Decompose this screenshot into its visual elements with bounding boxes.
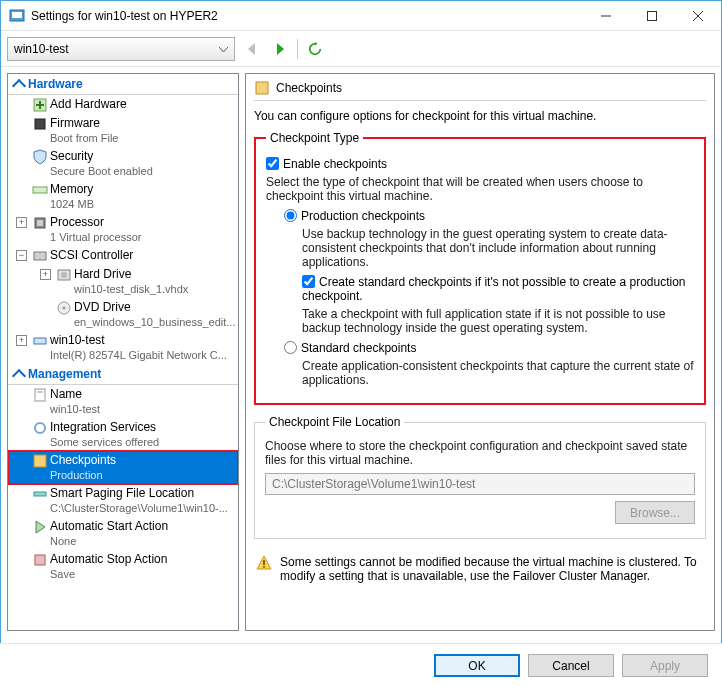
stop-icon xyxy=(32,552,48,568)
standard-radio[interactable] xyxy=(284,341,297,354)
tree-sublabel: win10-test xyxy=(32,402,238,416)
warning-icon xyxy=(256,555,272,571)
separator xyxy=(297,39,298,59)
tree-sublabel: en_windows_10_business_edit... xyxy=(56,315,238,329)
tree-label: Integration Services xyxy=(32,420,238,435)
production-radio[interactable] xyxy=(284,209,297,222)
hdd-icon xyxy=(56,267,72,283)
tree-label: Add Hardware xyxy=(32,97,238,112)
vm-selector[interactable]: win10-test xyxy=(7,37,235,61)
warning-text: Some settings cannot be modified because… xyxy=(280,555,704,583)
expander-icon[interactable]: + xyxy=(16,335,27,346)
svg-rect-25 xyxy=(256,82,268,94)
tree-item-add-hardware[interactable]: Add Hardware xyxy=(8,95,238,114)
start-icon xyxy=(32,519,48,535)
nav-back-button[interactable] xyxy=(241,38,263,60)
window-title: Settings for win10-test on HYPER2 xyxy=(31,9,583,23)
cancel-button[interactable]: Cancel xyxy=(528,654,614,677)
services-icon xyxy=(32,420,48,436)
tree-sublabel: win10-test_disk_1.vhdx xyxy=(56,282,238,296)
fallback-checkbox[interactable] xyxy=(302,275,315,288)
dialog-footer: OK Cancel Apply xyxy=(0,643,722,687)
close-button[interactable] xyxy=(675,1,721,31)
checkpoint-icon xyxy=(254,80,270,96)
svg-rect-19 xyxy=(35,389,45,401)
content-header: Checkpoints xyxy=(254,80,706,101)
tree-label: SCSI Controller xyxy=(32,248,238,263)
chevron-down-icon xyxy=(219,42,228,56)
tree-sublabel: 1024 MB xyxy=(32,197,238,211)
tree-sublabel: C:\ClusterStorage\Volume1\win10-... xyxy=(32,501,238,515)
tree-item-smartpaging[interactable]: Smart Paging File Location C:\ClusterSto… xyxy=(8,484,238,517)
tree-item-memory[interactable]: Memory 1024 MB xyxy=(8,180,238,213)
tree-sublabel: Secure Boot enabled xyxy=(32,164,238,178)
svg-rect-13 xyxy=(34,252,46,260)
svg-rect-10 xyxy=(33,187,47,193)
tree-label: Security xyxy=(32,149,238,164)
checkpoint-icon xyxy=(32,453,48,469)
expander-icon[interactable]: + xyxy=(16,217,27,228)
svg-point-15 xyxy=(61,272,67,278)
svg-rect-9 xyxy=(35,119,45,129)
enable-checkpoints-checkbox[interactable] xyxy=(266,157,279,170)
fallback-checkbox-label[interactable]: Create standard checkpoints if it's not … xyxy=(302,275,686,303)
tree-item-network[interactable]: + win10-test Intel(R) 82574L Gigabit Net… xyxy=(8,331,238,364)
hardware-section-header[interactable]: Hardware xyxy=(8,74,238,95)
tree-sublabel: None xyxy=(32,534,238,548)
svg-rect-24 xyxy=(35,555,45,565)
tree-item-autostop[interactable]: Automatic Stop Action Save xyxy=(8,550,238,583)
tree-item-name[interactable]: Name win10-test xyxy=(8,385,238,418)
svg-rect-3 xyxy=(648,11,657,20)
expander-icon[interactable]: − xyxy=(16,250,27,261)
tree-item-checkpoints[interactable]: Checkpoints Production xyxy=(8,451,238,484)
expander-icon[interactable]: + xyxy=(40,269,51,280)
location-path-input xyxy=(265,473,695,495)
tree-label: Smart Paging File Location xyxy=(32,486,238,501)
settings-tree[interactable]: Hardware Add Hardware Firmware Boot from… xyxy=(7,73,239,631)
apply-button: Apply xyxy=(622,654,708,677)
tree-item-integration[interactable]: Integration Services Some services offer… xyxy=(8,418,238,451)
location-legend: Checkpoint File Location xyxy=(265,415,404,429)
tree-item-autostart[interactable]: Automatic Start Action None xyxy=(8,517,238,550)
tree-item-dvd[interactable]: DVD Drive en_windows_10_business_edit... xyxy=(8,298,238,331)
tree-sublabel: 1 Virtual processor xyxy=(32,230,238,244)
svg-rect-23 xyxy=(34,492,46,496)
nic-icon xyxy=(32,333,48,349)
minimize-button[interactable] xyxy=(583,1,629,31)
tree-item-harddrive[interactable]: + Hard Drive win10-test_disk_1.vhdx xyxy=(8,265,238,298)
title-bar: Settings for win10-test on HYPER2 xyxy=(1,1,721,31)
tree-item-firmware[interactable]: Firmware Boot from File xyxy=(8,114,238,147)
tree-label: Automatic Stop Action xyxy=(32,552,238,567)
tree-label: Checkpoints xyxy=(32,453,238,468)
dvd-icon xyxy=(56,300,72,316)
ok-button[interactable]: OK xyxy=(434,654,520,677)
tree-item-processor[interactable]: + Processor 1 Virtual processor xyxy=(8,213,238,246)
paging-icon xyxy=(32,486,48,502)
tree-item-scsi[interactable]: − SCSI Controller xyxy=(8,246,238,265)
production-radio-label[interactable]: Production checkpoints xyxy=(284,209,425,223)
svg-point-17 xyxy=(63,307,66,310)
tree-sublabel: Production xyxy=(32,468,238,482)
tree-label: Name xyxy=(32,387,238,402)
intro-text: You can configure options for checkpoint… xyxy=(254,109,706,123)
maximize-button[interactable] xyxy=(629,1,675,31)
tree-label: win10-test xyxy=(32,333,238,348)
tree-label: Firmware xyxy=(32,116,238,131)
svg-rect-27 xyxy=(263,566,265,568)
memory-icon xyxy=(32,182,48,198)
tree-label: DVD Drive xyxy=(56,300,238,315)
cpu-icon xyxy=(32,215,48,231)
nav-forward-button[interactable] xyxy=(269,38,291,60)
chip-icon xyxy=(32,116,48,132)
refresh-button[interactable] xyxy=(304,38,326,60)
warning-panel: Some settings cannot be modified because… xyxy=(254,549,706,589)
tree-item-security[interactable]: Security Secure Boot enabled xyxy=(8,147,238,180)
toolbar: win10-test xyxy=(1,31,721,67)
management-section-header[interactable]: Management xyxy=(8,364,238,385)
tree-sublabel: Intel(R) 82574L Gigabit Network C... xyxy=(32,348,238,362)
name-icon xyxy=(32,387,48,403)
browse-button: Browse... xyxy=(615,501,695,524)
standard-radio-label[interactable]: Standard checkpoints xyxy=(284,341,416,355)
svg-rect-22 xyxy=(34,455,46,467)
enable-checkpoints-label[interactable]: Enable checkpoints xyxy=(266,157,387,171)
